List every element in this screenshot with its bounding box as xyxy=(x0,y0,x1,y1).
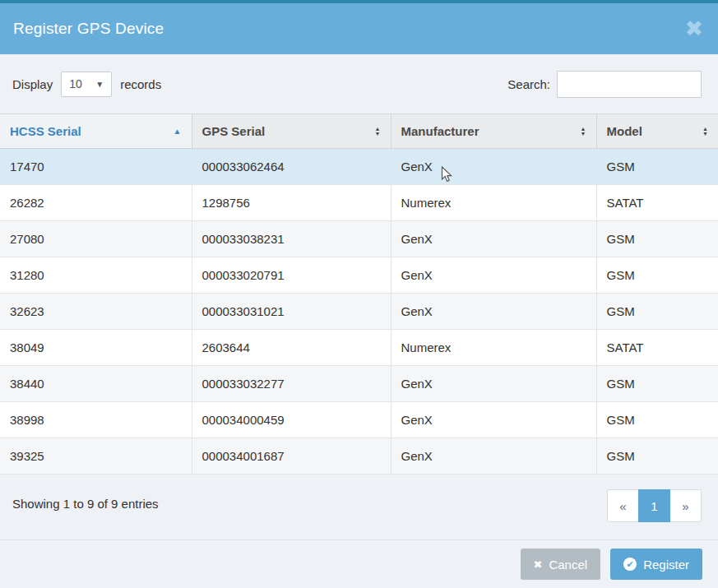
table-row[interactable]: 38049 2603644 Numerex SATAT xyxy=(0,330,718,366)
cell-model: GSM xyxy=(596,366,718,402)
cell-manufacturer: Numerex xyxy=(391,330,596,366)
cell-model: SATAT xyxy=(596,330,718,366)
cell-gps-serial: 000033020791 xyxy=(192,257,391,294)
cell-hcss-serial: 38998 xyxy=(0,402,192,438)
cell-gps-serial: 000034000459 xyxy=(192,402,391,438)
table-footer: Showing 1 to 9 of 9 entries « 1 » xyxy=(0,475,718,539)
cell-gps-serial: 1298756 xyxy=(192,185,391,221)
column-header-hcss-serial[interactable]: HCSS Serial ▲ xyxy=(0,114,192,149)
table-header-row: HCSS Serial ▲ GPS Serial ▲▼ Manufacturer… xyxy=(0,114,718,149)
cell-gps-serial: 000034001687 xyxy=(192,438,391,475)
search-label: Search: xyxy=(507,77,550,91)
cell-model: GSM xyxy=(596,402,718,438)
table-row[interactable]: 26282 1298756 Numerex SATAT xyxy=(0,185,718,221)
column-label: GPS Serial xyxy=(202,124,266,138)
entries-info: Showing 1 to 9 of 9 entries xyxy=(12,489,159,511)
modal-header: Register GPS Device ✖ xyxy=(0,3,718,54)
cell-hcss-serial: 38049 xyxy=(0,330,192,366)
search-input[interactable] xyxy=(557,71,702,98)
display-label: Display xyxy=(12,77,53,91)
cell-hcss-serial: 17470 xyxy=(0,149,192,185)
cell-model: SATAT xyxy=(596,185,718,221)
pagination-next-button[interactable]: » xyxy=(669,489,702,522)
sort-both-icon: ▲▼ xyxy=(581,127,586,137)
chevron-down-icon: ▼ xyxy=(95,80,104,89)
sort-asc-icon: ▲ xyxy=(174,127,182,136)
cell-model: GSM xyxy=(596,438,718,475)
gps-device-table: HCSS Serial ▲ GPS Serial ▲▼ Manufacturer… xyxy=(0,113,718,475)
sort-both-icon: ▲▼ xyxy=(702,127,708,137)
pagination-page-1-button[interactable]: 1 xyxy=(638,489,670,522)
register-button[interactable]: ✔ Register xyxy=(610,549,702,580)
page-size-select[interactable]: 10 ▼ xyxy=(61,72,112,97)
cell-manufacturer: GenX xyxy=(391,221,596,257)
close-icon[interactable]: ✖ xyxy=(684,18,703,40)
cell-gps-serial: 2603644 xyxy=(192,330,391,366)
table-controls: Display 10 ▼ records Search: xyxy=(0,54,718,113)
column-header-model[interactable]: Model ▲▼ xyxy=(596,114,718,149)
register-button-label: Register xyxy=(643,558,689,572)
register-gps-device-modal: Register GPS Device ✖ Display 10 ▼ recor… xyxy=(0,0,718,588)
cancel-button-label: Cancel xyxy=(549,558,587,572)
column-label: Manufacturer xyxy=(401,124,479,138)
cell-hcss-serial: 38440 xyxy=(0,366,192,402)
table-row[interactable]: 32623 000033031021 GenX GSM xyxy=(0,294,718,330)
cell-model: GSM xyxy=(596,221,718,257)
page-size-value: 10 xyxy=(69,77,82,90)
cell-manufacturer: GenX xyxy=(391,294,596,330)
pagination-prev-button[interactable]: « xyxy=(607,489,639,522)
column-header-manufacturer[interactable]: Manufacturer ▲▼ xyxy=(391,114,596,149)
table-row[interactable]: 39325 000034001687 GenX GSM xyxy=(0,438,718,475)
table-row[interactable]: 38998 000034000459 GenX GSM xyxy=(0,402,718,438)
cell-gps-serial: 000033038231 xyxy=(192,221,391,257)
modal-action-bar: ✖ Cancel ✔ Register xyxy=(0,540,718,588)
check-circle-icon: ✔ xyxy=(623,558,637,571)
table-row[interactable]: 17470 000033062464 GenX GSM xyxy=(0,149,718,185)
cell-hcss-serial: 26282 xyxy=(0,185,192,221)
table-row[interactable]: 38440 000033032277 GenX GSM xyxy=(0,366,718,402)
cell-model: GSM xyxy=(596,294,718,330)
cancel-button[interactable]: ✖ Cancel xyxy=(521,549,601,580)
cell-manufacturer: GenX xyxy=(391,366,596,402)
x-icon: ✖ xyxy=(534,558,543,571)
cell-gps-serial: 000033032277 xyxy=(192,366,391,402)
column-label: Model xyxy=(607,124,642,138)
column-label: HCSS Serial xyxy=(10,124,81,138)
table-row[interactable]: 31280 000033020791 GenX GSM xyxy=(0,257,718,294)
cell-manufacturer: GenX xyxy=(391,257,596,294)
cell-manufacturer: Numerex xyxy=(391,185,596,221)
cell-hcss-serial: 31280 xyxy=(0,257,192,294)
cell-manufacturer: GenX xyxy=(391,438,596,475)
modal-title: Register GPS Device xyxy=(13,20,164,38)
cell-hcss-serial: 39325 xyxy=(0,438,192,475)
cell-hcss-serial: 27080 xyxy=(0,221,192,257)
cell-gps-serial: 000033031021 xyxy=(192,294,391,330)
cell-model: GSM xyxy=(596,257,718,294)
cell-manufacturer: GenX xyxy=(391,402,596,438)
cell-model: GSM xyxy=(596,149,718,185)
page-length-control: Display 10 ▼ records xyxy=(12,72,161,97)
cell-hcss-serial: 32623 xyxy=(0,294,192,330)
column-header-gps-serial[interactable]: GPS Serial ▲▼ xyxy=(192,114,391,149)
table-row[interactable]: 27080 000033038231 GenX GSM xyxy=(0,221,718,257)
records-label: records xyxy=(120,77,161,91)
pagination: « 1 » xyxy=(607,489,702,522)
search-control: Search: xyxy=(507,71,702,98)
cell-gps-serial: 000033062464 xyxy=(192,149,391,185)
cell-manufacturer: GenX xyxy=(391,149,596,185)
sort-both-icon: ▲▼ xyxy=(375,127,381,137)
